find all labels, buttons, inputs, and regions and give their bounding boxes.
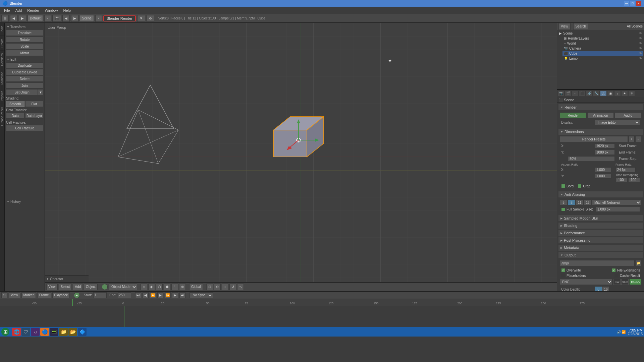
viewport-icon-2[interactable]: ◐ [148, 284, 155, 290]
aa-16-btn[interactable]: 16 [584, 199, 591, 205]
viewport-select-button[interactable]: Select [59, 284, 72, 290]
outliner-camera[interactable]: 📷 Camera 👁 [562, 46, 643, 51]
display-select[interactable]: Image Editor [595, 120, 640, 125]
outliner-world[interactable]: ○ World 👁 [562, 41, 643, 46]
layout-prev-button[interactable]: ◀ [10, 15, 17, 22]
tab-relations[interactable]: Relations [0, 50, 4, 69]
tl-next-frame[interactable]: ▶ [172, 292, 178, 298]
scale-button[interactable]: Scale [6, 43, 43, 49]
aa-filter-select[interactable]: Mitchell-Netravali [592, 199, 641, 205]
minimize-button[interactable]: — [624, 1, 629, 6]
outliner-renderlayers[interactable]: ⊞ RenderLayers 👁 [562, 36, 643, 41]
object-mode-select[interactable]: Object Mode [109, 284, 137, 290]
overwrite-checkbox[interactable]: ✓ [561, 268, 565, 272]
color-depth-8-btn[interactable]: 8 [595, 286, 602, 291]
app-steam[interactable]: 🛡 [21, 328, 30, 336]
aa-5-btn[interactable]: 5 [560, 199, 567, 205]
aa-11-btn[interactable]: 11 [576, 199, 583, 205]
bw-button[interactable]: BW [613, 279, 621, 285]
res-pct-input[interactable] [568, 156, 615, 161]
color-depth-16-btn[interactable]: 16 [602, 286, 609, 291]
scene-name-button[interactable]: Scene [80, 15, 94, 22]
viewport-icon-4[interactable]: ⬢ [164, 284, 170, 290]
render-presets-add[interactable]: + [629, 136, 635, 142]
prop-constraints-icon[interactable]: 🔗 [586, 90, 593, 97]
viewport-icon-6[interactable]: ⊕ [179, 284, 186, 290]
render-presets-remove[interactable]: − [635, 136, 641, 142]
aa-8-btn[interactable]: 8 [568, 199, 575, 205]
mirror-button[interactable]: Mirror [6, 50, 43, 56]
data-layout-button[interactable]: Data Layo [25, 113, 44, 119]
layout-next-button[interactable]: ▶ [19, 15, 26, 22]
bord-checkbox[interactable] [561, 184, 565, 188]
join-button[interactable]: Join [6, 82, 43, 88]
maximize-button[interactable]: □ [630, 1, 635, 6]
tl-playback-btn[interactable]: Playback [52, 292, 70, 298]
render-button[interactable]: Render [560, 112, 587, 118]
aspect-x-input[interactable] [595, 167, 611, 172]
layout-name-button[interactable]: Default [28, 15, 43, 22]
viewport-icon-1[interactable]: ○ [141, 284, 147, 290]
scene-next-button[interactable]: ▶ [71, 15, 78, 22]
outliner-scene[interactable]: ▶ Scene 👁 [558, 31, 643, 36]
prop-data-icon[interactable]: △ [600, 90, 607, 97]
render-engine-dropdown[interactable]: ▼ [137, 15, 145, 22]
start-button[interactable]: ⊞ [1, 328, 9, 336]
app-itunes[interactable]: ♫ [31, 328, 40, 336]
animation-button[interactable]: Animation [587, 112, 614, 118]
rotate-button[interactable]: Rotate [6, 37, 43, 43]
performance-header[interactable]: Performance [558, 230, 643, 236]
time-old-input[interactable] [615, 177, 628, 182]
prop-world-icon[interactable]: ○ [572, 90, 579, 97]
tl-jump-end[interactable]: ⏭ [179, 292, 185, 298]
delete-button[interactable]: Delete [6, 76, 43, 82]
tl-marker-btn[interactable]: Marker [21, 292, 36, 298]
duplicate-button[interactable]: Duplicate [6, 62, 43, 68]
timeline-playhead[interactable] [72, 299, 73, 306]
viewport-view-button[interactable]: View [46, 284, 58, 290]
scene-prev-button[interactable]: ◀ [62, 15, 70, 22]
viewport-icon-3[interactable]: ⬡ [156, 284, 163, 290]
snap-icon[interactable]: ⊡ [206, 284, 213, 290]
set-origin-button[interactable]: Set Origin [6, 89, 38, 95]
placeholders-checkbox[interactable] [561, 274, 565, 278]
app-chrome[interactable]: 🌐 [12, 328, 21, 336]
file-extensions-checkbox[interactable]: ✓ [612, 268, 616, 272]
sampled-motion-blur-header[interactable]: Sampled Motion Blur [558, 215, 643, 221]
tab-tools[interactable]: Tools [0, 23, 4, 36]
menu-file[interactable]: File [1, 8, 13, 13]
duplicate-linked-button[interactable]: Duplicate Linked [6, 69, 43, 75]
tl-prev-keyframe[interactable]: ⏪ [150, 292, 156, 298]
prop-object-icon[interactable]: ⬛ [579, 90, 586, 97]
menu-render[interactable]: Render [24, 8, 42, 13]
outliner-cube[interactable]: ⬛ Cube 👁 [562, 51, 643, 56]
viewport-add-button[interactable]: Add [73, 284, 83, 290]
scene-icon-button[interactable]: 🎬 [52, 15, 61, 22]
viewport-icon-5[interactable]: ⋮ [171, 284, 178, 290]
end-input[interactable] [118, 292, 131, 298]
render-engine-button[interactable]: Blender Render [103, 15, 136, 21]
crop-checkbox[interactable] [578, 184, 582, 188]
outliner-search-btn[interactable]: Search [573, 23, 589, 30]
cache-result-checkbox[interactable] [614, 274, 619, 278]
aa-section-header[interactable]: Anti-Aliasing [558, 191, 643, 197]
app-blender[interactable]: 🔵 [40, 328, 49, 336]
cell-fracture-button[interactable]: Cell Fracture [6, 125, 43, 131]
tl-next-keyframe[interactable]: ⏩ [165, 292, 171, 298]
scene-settings-button[interactable]: ⚙ [147, 15, 154, 22]
viewport-object-button[interactable]: Object [84, 284, 98, 290]
tl-prev-frame[interactable]: ◀ [143, 292, 149, 298]
prop-material-icon[interactable]: ◉ [607, 90, 614, 97]
menu-window[interactable]: Window [42, 8, 60, 13]
prop-scene-icon[interactable]: 🎬 [565, 90, 572, 97]
tab-grease-pencil[interactable]: Grease Pencil [0, 104, 4, 129]
close-button[interactable]: × [636, 1, 641, 6]
rotate-icon[interactable]: ↺ [229, 284, 236, 290]
prop-render-icon[interactable]: 📷 [558, 90, 565, 97]
dimensions-section-header[interactable]: Dimensions [558, 129, 643, 135]
size-input[interactable] [596, 207, 640, 212]
proportional-icon[interactable]: ⊙ [214, 284, 221, 290]
post-processing-header[interactable]: Post Processing [558, 237, 643, 243]
scale-icon[interactable]: ⤡ [237, 284, 244, 290]
smooth-button[interactable]: Smooth [6, 101, 24, 107]
